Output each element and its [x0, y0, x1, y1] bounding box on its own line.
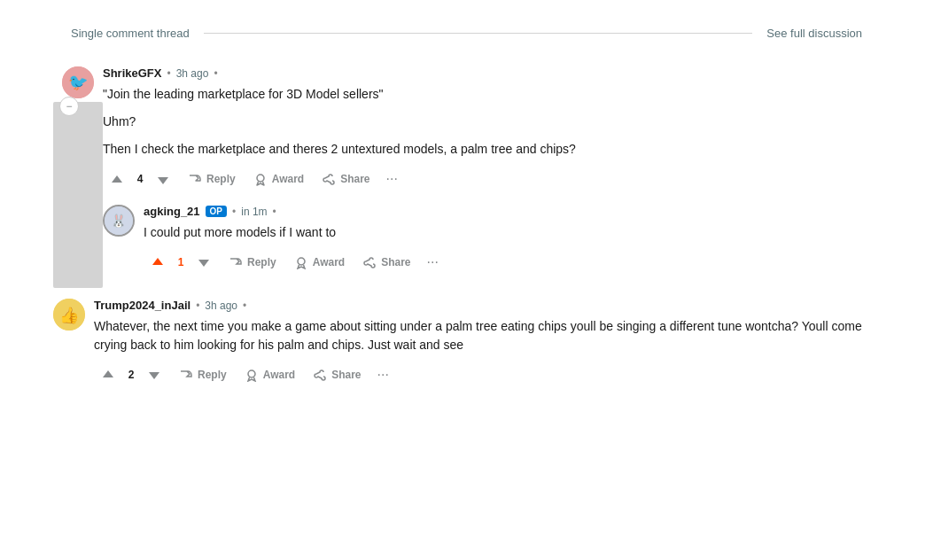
- comment-agking: 🐰 agking_21 OP • in 1m •: [103, 201, 880, 274]
- more-icon: ···: [427, 254, 439, 269]
- upvote-icon: [101, 368, 115, 382]
- reply-icon: [188, 172, 202, 186]
- collapse-button[interactable]: −: [59, 97, 79, 116]
- shrike-comment-content: ShrikeGFX • 3h ago • "Join the leading m…: [103, 66, 880, 284]
- agking-meta: agking_21 OP • in 1m •: [144, 205, 880, 218]
- trump-username[interactable]: Trump2024_inJail: [94, 299, 190, 312]
- agking-reply-button[interactable]: Reply: [222, 252, 284, 273]
- agking-more-button[interactable]: ···: [422, 251, 444, 274]
- more-icon: ···: [386, 171, 398, 186]
- agking-share-button[interactable]: Share: [355, 252, 417, 273]
- trump-downvote-button[interactable]: [140, 364, 168, 385]
- shrike-upvote-button[interactable]: [103, 167, 131, 190]
- reply-icon: [229, 255, 243, 269]
- agking-body: agking_21 OP • in 1m • I could put more …: [144, 205, 880, 274]
- trump-text: Whatever, the next time you make a game …: [94, 317, 880, 354]
- shrike-share-button[interactable]: Share: [315, 168, 377, 190]
- award-icon: [294, 255, 308, 269]
- agking-op-badge: OP: [206, 206, 227, 217]
- trump-time: 3h ago: [205, 299, 237, 312]
- trump-actions: 2: [94, 363, 880, 386]
- share-icon: [313, 368, 327, 382]
- avatar-trump: 👍: [53, 299, 85, 331]
- award-icon: [253, 172, 268, 186]
- share-icon: [322, 172, 336, 186]
- shrike-dot1: •: [167, 67, 170, 80]
- trump-award-button[interactable]: Award: [237, 364, 302, 385]
- downvote-icon: [197, 255, 211, 269]
- svg-text:🐰: 🐰: [111, 213, 127, 229]
- downvote-icon: [147, 368, 161, 382]
- trump-reply-button[interactable]: Reply: [172, 364, 234, 385]
- trump-body: Trump2024_inJail • 3h ago • Whatever, th…: [94, 299, 880, 386]
- shrike-downvote-button[interactable]: [149, 167, 177, 190]
- reply-icon: [179, 368, 193, 382]
- svg-point-2: [257, 175, 264, 182]
- svg-text:👍: 👍: [59, 306, 80, 325]
- svg-text:🐦: 🐦: [68, 73, 89, 92]
- trump-upvote-button[interactable]: [94, 364, 122, 385]
- shrike-vote-group: 4: [103, 167, 177, 190]
- shrike-line1: "Join the leading marketplace for 3D Mod…: [103, 85, 880, 104]
- comment-trump: 👍 Trump2024_inJail • 3h ago • Whatever, …: [53, 299, 880, 386]
- award-icon: [245, 368, 259, 382]
- avatar-shrike: 🐦: [62, 66, 94, 98]
- agking-upvote-button[interactable]: [144, 252, 172, 273]
- page-wrapper: Single comment thread See full discussio…: [0, 0, 933, 411]
- shrike-vote-count: 4: [135, 173, 145, 185]
- thread-header-line: [204, 33, 753, 34]
- agking-vote-group: 1: [144, 252, 218, 273]
- agking-award-button[interactable]: Award: [287, 252, 352, 273]
- shrike-line3: Then I check the marketplace and theres …: [103, 140, 880, 159]
- share-icon: [362, 255, 377, 269]
- thread-header-title: Single comment thread: [71, 27, 190, 40]
- comment-section: 🐦 − ShrikeGFX • 3h ago •: [0, 66, 933, 386]
- agking-username[interactable]: agking_21: [144, 205, 200, 218]
- trump-meta: Trump2024_inJail • 3h ago •: [94, 299, 880, 312]
- downvote-icon: [156, 171, 170, 186]
- shrike-award-button[interactable]: Award: [246, 168, 311, 190]
- agking-text: I could put more models if I want to: [144, 223, 880, 242]
- shrike-line2: Uhm?: [103, 113, 880, 131]
- upvote-icon: [110, 171, 124, 186]
- agking-vote-count: 1: [175, 256, 186, 268]
- trump-vote-group: 2: [94, 364, 168, 385]
- shrike-meta: ShrikeGFX • 3h ago •: [103, 66, 880, 80]
- agking-downvote-button[interactable]: [190, 252, 218, 273]
- avatar-agking: 🐰: [103, 205, 135, 237]
- more-icon: ···: [377, 367, 389, 382]
- comment-left-col: 🐦 −: [53, 66, 103, 284]
- see-full-discussion-link[interactable]: See full discussion: [766, 27, 862, 40]
- trump-more-button[interactable]: ···: [372, 363, 394, 386]
- trump-share-button[interactable]: Share: [306, 364, 368, 385]
- shrike-reply-button[interactable]: Reply: [181, 168, 243, 190]
- thread-header: Single comment thread See full discussio…: [0, 18, 933, 49]
- shrike-dot2: •: [214, 67, 217, 80]
- svg-point-8: [248, 370, 255, 377]
- upvote-icon-red: [151, 255, 165, 269]
- svg-point-5: [298, 258, 305, 265]
- shrike-username[interactable]: ShrikeGFX: [103, 66, 161, 80]
- shrike-more-button[interactable]: ···: [381, 167, 403, 191]
- thread-collapse-line[interactable]: [53, 102, 103, 288]
- agking-time: in 1m: [241, 206, 267, 218]
- trump-vote-count: 2: [126, 369, 136, 381]
- agking-actions: 1: [144, 251, 880, 274]
- shrike-actions: 4: [103, 167, 880, 191]
- comment-shrike: 🐦 − ShrikeGFX • 3h ago •: [53, 66, 880, 284]
- shrike-time: 3h ago: [176, 67, 209, 80]
